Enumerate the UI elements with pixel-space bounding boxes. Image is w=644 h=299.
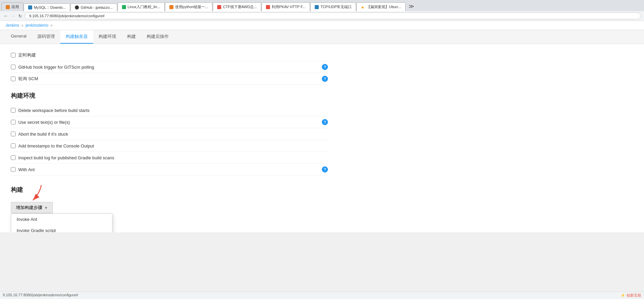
ctf-favicon <box>217 5 221 9</box>
github-hook-checkbox[interactable] <box>11 65 16 69</box>
tab-tcp[interactable]: TCP/UDP常见端口 <box>310 2 356 11</box>
star-favicon: ★ <box>361 5 365 9</box>
tab-python-label: 使用python链接一... <box>175 4 208 9</box>
build-env-section: 构建环境 Delete workspace before build start… <box>11 92 328 176</box>
pkav-favicon <box>266 5 270 9</box>
tab-build-triggers[interactable]: 构建触发器 <box>60 30 93 44</box>
tab-python[interactable]: 使用python链接一... <box>165 2 212 11</box>
secret-text-help[interactable]: ? <box>322 119 328 125</box>
tab-github-label: GitHub - jpetazzo... <box>81 5 112 9</box>
more-tabs-button[interactable]: ≫ <box>406 1 417 11</box>
python-favicon <box>169 5 173 9</box>
tab-ctf-label: CTF线下赛AWD总... <box>223 4 257 9</box>
github-favicon <box>75 5 79 9</box>
back-button[interactable]: ← <box>3 13 8 19</box>
tab-general[interactable]: General <box>5 30 32 44</box>
tab-apps[interactable]: 应用 <box>1 2 23 11</box>
tab-post-build[interactable]: 构建后操作 <box>141 30 174 44</box>
scheduled-build-checkbox[interactable] <box>11 53 16 58</box>
secret-text-label: Use secret text(s) or file(s) <box>18 120 70 125</box>
github-hook-help[interactable]: ? <box>322 64 328 70</box>
timestamps-checkbox[interactable] <box>11 143 16 148</box>
poll-scm-help[interactable]: ? <box>322 76 328 82</box>
delete-workspace-checkbox[interactable] <box>11 108 16 113</box>
invoke-ant-item[interactable]: Invoke Ant <box>11 214 112 225</box>
mysql-favicon <box>28 5 32 9</box>
tab-apps-label: 应用 <box>12 4 19 9</box>
tcp-favicon <box>315 5 319 9</box>
forward-button[interactable]: → <box>11 13 16 19</box>
gradle-scans-label: Inspect build log for published Gradle b… <box>18 155 114 160</box>
build-env-title: 构建环境 <box>11 92 328 100</box>
tab-mysql[interactable]: MySQL :: Downlo... <box>24 3 70 11</box>
scheduled-build-label: 定时构建 <box>18 52 36 58</box>
tab-linux[interactable]: Linux入门教程_lin... <box>118 2 165 11</box>
poll-scm-checkbox[interactable] <box>11 76 16 81</box>
jenkinsdemo-link[interactable]: jenkinsdemo <box>25 23 48 28</box>
tab-build-env[interactable]: 构建环境 <box>93 30 122 44</box>
with-ant-label: With Ant <box>18 167 35 172</box>
with-ant-checkbox[interactable] <box>11 167 16 172</box>
tab-build[interactable]: 构建 <box>122 30 141 44</box>
build-section: 构建 增加构建步骤 ▼ <box>11 186 328 213</box>
timestamps-label: Add timestamps to the Console Output <box>18 143 94 148</box>
add-step-button[interactable]: 增加构建步骤 ▼ <box>11 202 53 213</box>
delete-workspace-label: Delete workspace before build starts <box>18 108 89 113</box>
reload-button[interactable]: ↻ <box>18 14 22 19</box>
tab-ctf[interactable]: CTF线下赛AWD总... <box>213 2 261 11</box>
address-display[interactable]: 9.105.16.77:8080/job/jenkinsdemo/configu… <box>25 13 641 19</box>
abort-stuck-checkbox[interactable] <box>11 132 16 136</box>
breadcrumb-sep2: » <box>50 23 53 28</box>
breadcrumb-sep1: » <box>21 23 24 28</box>
secret-text-checkbox[interactable] <box>11 120 16 124</box>
tab-mysql-label: MySQL :: Downlo... <box>34 5 66 9</box>
apps-favicon <box>6 5 10 9</box>
tab-linux-label: Linux入门教程_lin... <box>128 4 161 9</box>
tab-pkav[interactable]: 利用PKAV HTTP F... <box>262 2 310 11</box>
jenkins-home-link[interactable]: Jenkins <box>5 23 19 28</box>
add-step-dropdown: Invoke Ant Invoke Gradle script Run with… <box>11 213 112 232</box>
tab-github[interactable]: GitHub - jpetazzo... <box>70 3 117 11</box>
github-hook-label: GitHub hook trigger for GITScm polling <box>18 65 94 70</box>
gradle-scans-checkbox[interactable] <box>11 155 16 160</box>
build-triggers-section: 定时构建 ? GitHub hook trigger for GITScm po… <box>11 49 328 85</box>
invoke-gradle-item[interactable]: Invoke Gradle script <box>11 225 112 232</box>
build-section-title: 构建 <box>11 186 328 194</box>
add-step-label: 增加构建步骤 <box>16 205 42 211</box>
tab-pkav-label: 利用PKAV HTTP F... <box>272 4 306 9</box>
with-ant-help[interactable]: ? <box>322 166 328 172</box>
tab-ubuntu-label: 【漏洞复现】Ubun... <box>367 4 401 9</box>
tab-source-mgmt[interactable]: 源码管理 <box>32 30 60 44</box>
linux-favicon <box>122 5 126 9</box>
page-tabs: General 源码管理 构建触发器 构建环境 构建 构建后操作 <box>0 30 644 44</box>
breadcrumb: Jenkins » jenkinsdemo » <box>0 21 644 30</box>
abort-stuck-label: Abort the build if it's stuck <box>18 132 68 137</box>
tab-tcp-label: TCP/UDP常见端口 <box>320 4 352 9</box>
poll-scm-label: 轮询 SCM <box>18 76 38 82</box>
dropdown-chevron-icon: ▼ <box>44 206 48 210</box>
tab-ubuntu[interactable]: ★ 【漏洞复现】Ubun... <box>356 2 405 11</box>
